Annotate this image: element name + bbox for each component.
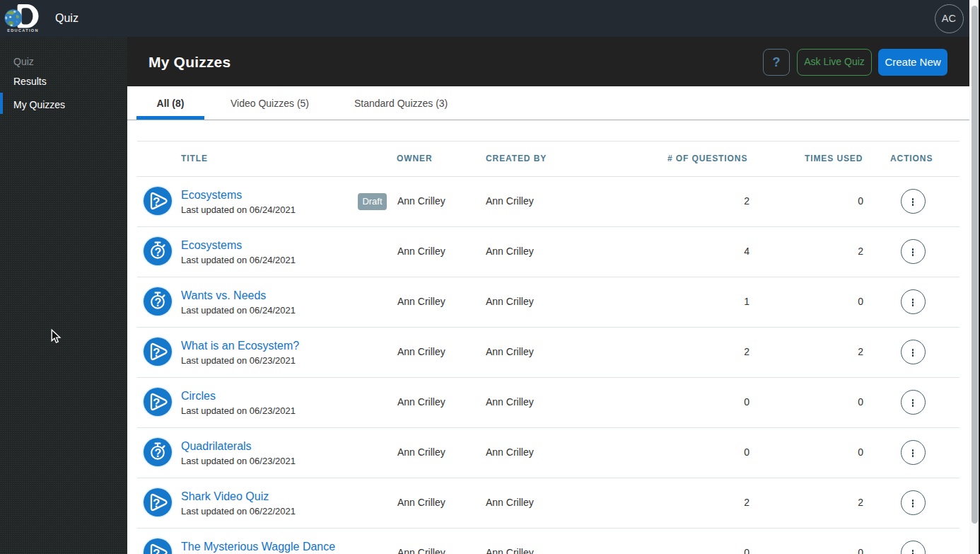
svg-text:?: ? [153, 345, 160, 358]
svg-text:EDUCATION: EDUCATION [7, 28, 39, 33]
svg-text:?: ? [154, 296, 161, 308]
svg-text:?: ? [153, 396, 160, 408]
svg-text:?: ? [153, 546, 160, 554]
svg-text:?: ? [154, 446, 161, 458]
svg-text:?: ? [154, 246, 161, 258]
svg-text:?: ? [153, 195, 160, 207]
svg-text:?: ? [153, 496, 160, 509]
